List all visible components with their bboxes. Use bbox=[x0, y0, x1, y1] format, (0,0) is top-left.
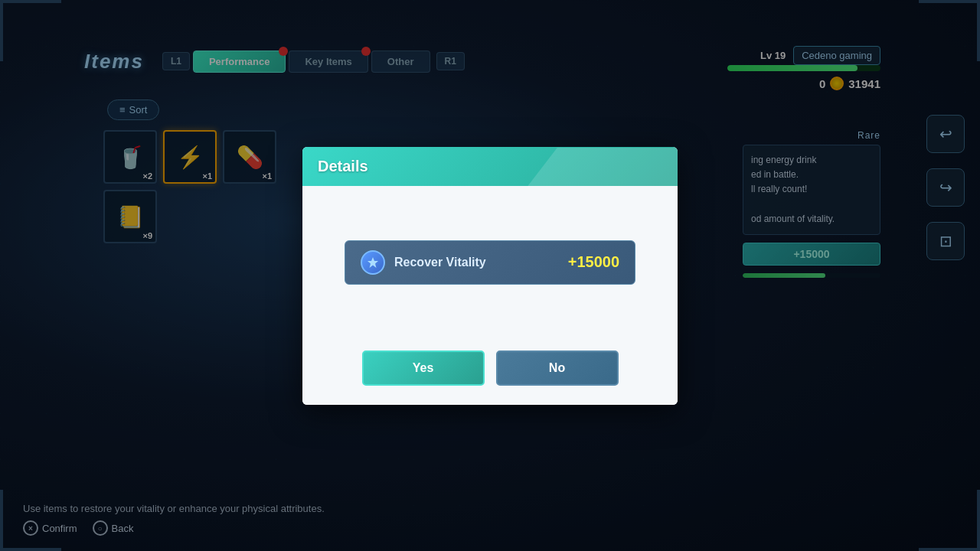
modal-overlay: Details Recover Vitality +15000 Yes No bbox=[0, 0, 980, 551]
vitality-row: Recover Vitality +15000 bbox=[345, 240, 635, 285]
modal-header: Details bbox=[302, 147, 678, 186]
no-button[interactable]: No bbox=[496, 350, 619, 386]
vitality-icon bbox=[361, 250, 385, 275]
modal-body: Recover Vitality +15000 bbox=[302, 186, 678, 339]
yes-button[interactable]: Yes bbox=[362, 350, 485, 386]
details-modal: Details Recover Vitality +15000 Yes No bbox=[302, 147, 678, 405]
vitality-label: Recover Vitality bbox=[394, 256, 559, 269]
vitality-value: +15000 bbox=[568, 253, 619, 271]
modal-title: Details bbox=[318, 158, 368, 174]
modal-footer: Yes No bbox=[302, 339, 678, 405]
